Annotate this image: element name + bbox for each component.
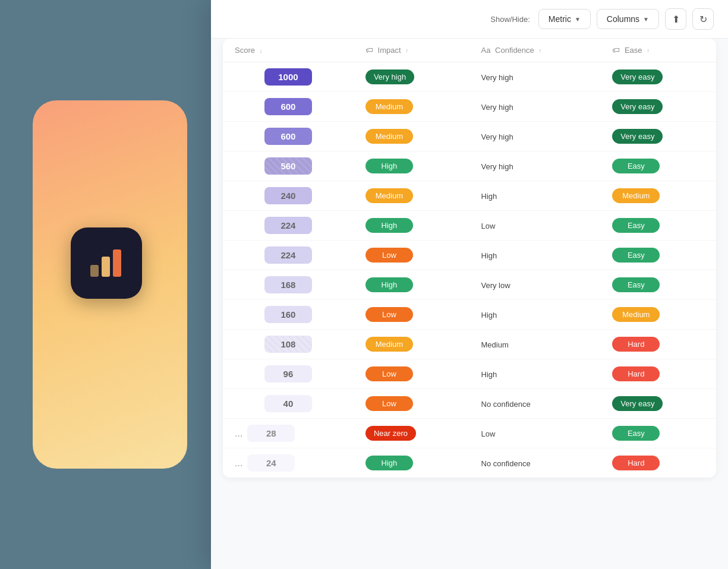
score-cell: 160 [223,300,354,330]
impact-sort-icon: ↑ [405,48,408,54]
ease-badge: Medium [612,307,660,322]
col-ease[interactable]: 🏷 Ease ↑ [600,39,716,62]
score-badge: 168 [264,276,312,293]
confidence-cell: Very high [469,151,601,181]
confidence-cell: Medium [469,330,601,359]
impact-badge: Very high [365,69,414,84]
impact-cell: Medium [354,330,469,359]
impact-cell: Near zero [354,419,469,448]
export-button[interactable]: ⬆ [665,8,686,30]
score-badge: 24 [247,454,295,472]
ease-cell: Easy [600,151,716,181]
ease-cell: Hard [600,359,716,389]
impact-badge: High [365,159,413,173]
impact-cell: Low [354,241,469,270]
table-row: 160LowHighMedium [223,300,716,330]
score-cell: 224 [223,241,354,270]
svg-rect-0 [90,265,99,277]
confidence-value: Very high [481,103,513,112]
confidence-value: Very high [481,132,513,141]
impact-cell: High [354,448,469,478]
metric-chevron: ▼ [575,16,581,23]
columns-dropdown[interactable]: Columns ▼ [597,9,659,29]
score-badge: 160 [264,306,312,323]
background-decoration [0,0,220,569]
impact-cell: Medium [354,181,469,211]
impact-cell: Low [354,300,469,330]
ease-cell: Medium [600,181,716,211]
ease-badge: Easy [612,277,660,292]
confidence-value: No confidence [481,459,531,468]
ease-cell: Hard [600,448,716,478]
score-badge: 1000 [264,68,312,86]
ease-badge: Easy [612,426,660,441]
table-row: 240MediumHighMedium [223,181,716,211]
col-confidence[interactable]: Aa Confidence ↑ [469,39,601,62]
ellipsis-indicator: ... [235,458,242,469]
score-cell: 168 [223,270,354,300]
ease-cell: Easy [600,270,716,300]
col-score[interactable]: Score ↓ [223,39,354,62]
table-row: 560HighVery highEasy [223,151,716,181]
ease-cell: Very easy [600,122,716,151]
table-row: ...24HighNo confidenceHard [223,448,716,478]
confidence-value: High [481,192,497,201]
confidence-cell: No confidence [469,389,601,419]
score-cell: 108 [223,330,354,359]
table-row: 1000Very highVery highVery easy [223,62,716,92]
metric-dropdown[interactable]: Metric ▼ [538,9,591,29]
columns-chevron: ▼ [643,16,649,23]
table-row: 168HighVery lowEasy [223,270,716,300]
ease-badge: Easy [612,218,660,233]
table-row: 224HighLowEasy [223,211,716,241]
data-table: Score ↓ 🏷 Impact ↑ Aa Confidence ↑ 🏷 [223,39,716,478]
refresh-button[interactable]: ↻ [692,8,714,30]
table-row: 600MediumVery highVery easy [223,122,716,151]
score-cell: 40 [223,389,354,419]
confidence-cell: High [469,181,601,211]
ease-badge: Very easy [612,396,663,411]
confidence-value: Very low [481,281,510,290]
impact-badge: Medium [365,188,413,203]
confidence-value: Low [481,429,496,438]
col-impact[interactable]: 🏷 Impact ↑ [354,39,469,62]
confidence-cell: Very high [469,92,601,122]
confidence-cell: Low [469,419,601,448]
score-badge: 600 [264,98,312,115]
ease-badge: Easy [612,248,660,263]
score-badge: 560 [264,157,312,175]
table-row: 96LowHighHard [223,359,716,389]
score-cell: ...28 [223,419,354,448]
confidence-value: Very high [481,73,513,82]
impact-cell: Medium [354,122,469,151]
score-sort-icon: ↓ [260,48,263,54]
impact-badge: Medium [365,337,413,352]
score-cell: 600 [223,122,354,151]
svg-rect-1 [102,257,110,277]
score-cell: 600 [223,92,354,122]
impact-badge: Low [365,307,413,322]
columns-label: Columns [607,14,639,24]
impact-badge: Low [365,248,413,263]
impact-badge: Medium [365,99,413,114]
impact-cell: High [354,270,469,300]
table-header-row: Score ↓ 🏷 Impact ↑ Aa Confidence ↑ 🏷 [223,39,716,62]
impact-badge: Low [365,366,413,381]
score-cell: 240 [223,181,354,211]
confidence-value: No confidence [481,400,531,409]
ease-cell: Hard [600,330,716,359]
ease-cell: Medium [600,300,716,330]
score-badge: 224 [264,217,312,234]
refresh-icon: ↻ [699,14,707,25]
impact-badge: High [365,456,413,470]
ease-cell: Easy [600,211,716,241]
confidence-value: Medium [481,340,509,349]
confidence-sort-icon: ↑ [538,48,541,54]
ease-cell: Very easy [600,389,716,419]
confidence-text-icon: Aa [481,46,491,55]
impact-cell: High [354,151,469,181]
svg-rect-2 [113,249,121,277]
table-container: Score ↓ 🏷 Impact ↑ Aa Confidence ↑ 🏷 [211,39,728,569]
confidence-cell: High [469,241,601,270]
confidence-cell: No confidence [469,448,601,478]
